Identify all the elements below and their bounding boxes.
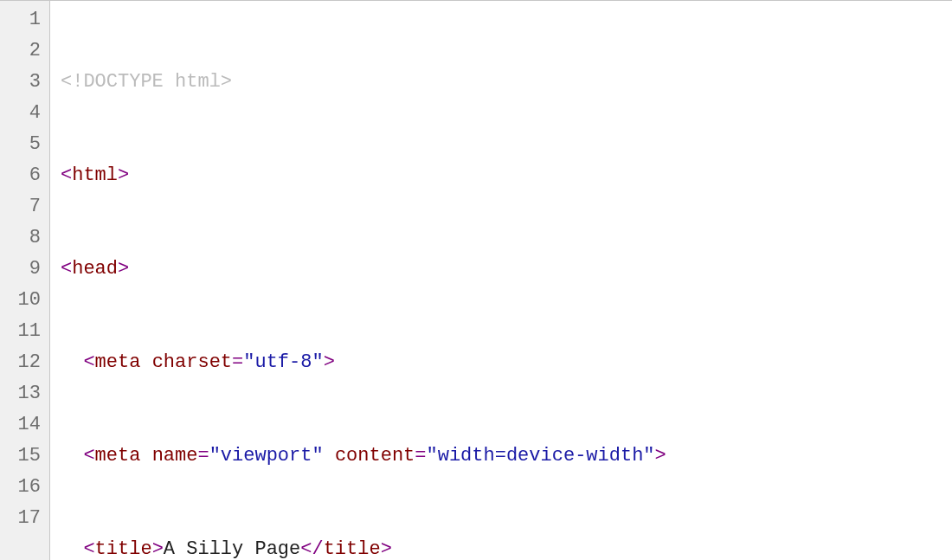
attr-value: "width=device-width" xyxy=(427,445,655,467)
angle-close: > xyxy=(324,351,335,373)
angle-open: </ xyxy=(300,538,323,560)
angle-open: < xyxy=(61,164,72,186)
text-title: A Silly Page xyxy=(164,538,300,560)
indent xyxy=(61,351,83,373)
angle-close: > xyxy=(655,445,666,467)
angle-close: > xyxy=(152,538,164,560)
line-number: 14 xyxy=(0,409,41,441)
line-number: 7 xyxy=(0,191,41,222)
angle-open: < xyxy=(83,538,94,560)
equals: = xyxy=(197,445,209,467)
line-number: 2 xyxy=(0,35,41,67)
tag-title: title xyxy=(95,538,152,560)
code-line[interactable]: <head> xyxy=(61,254,666,285)
tag-html: html xyxy=(72,164,118,186)
line-number: 3 xyxy=(0,67,41,98)
line-number: 11 xyxy=(0,316,41,347)
line-number: 17 xyxy=(0,503,41,534)
code-line[interactable]: <meta charset="utf-8"> xyxy=(61,347,666,378)
tag-meta: meta xyxy=(95,351,141,373)
doctype: <!DOCTYPE html> xyxy=(61,71,232,93)
attr-name: charset xyxy=(152,351,232,373)
equals: = xyxy=(232,351,243,373)
line-number: 5 xyxy=(0,129,41,160)
attr-name: content xyxy=(335,445,415,467)
angle-close: > xyxy=(118,258,129,280)
line-number: 4 xyxy=(0,98,41,129)
code-line[interactable]: <title>A Silly Page</title> xyxy=(61,534,666,560)
code-line[interactable]: <!DOCTYPE html> xyxy=(61,67,666,98)
line-number: 13 xyxy=(0,378,41,409)
line-number: 10 xyxy=(0,285,41,316)
indent xyxy=(61,445,83,467)
indent xyxy=(61,538,83,560)
line-number: 15 xyxy=(0,441,41,472)
code-line[interactable]: <html> xyxy=(61,160,666,191)
angle-close: > xyxy=(381,538,392,560)
attr-value: "viewport" xyxy=(209,445,324,467)
line-number: 12 xyxy=(0,347,41,378)
tag-head: head xyxy=(72,258,118,280)
equals: = xyxy=(415,445,426,467)
angle-open: < xyxy=(61,258,72,280)
line-number: 6 xyxy=(0,160,41,191)
line-number: 1 xyxy=(0,4,41,35)
code-line[interactable]: <meta name="viewport" content="width=dev… xyxy=(61,441,666,472)
line-number: 16 xyxy=(0,472,41,503)
line-number: 8 xyxy=(0,222,41,254)
code-area[interactable]: <!DOCTYPE html> <html> <head> <meta char… xyxy=(50,1,666,560)
tag-title: title xyxy=(324,538,381,560)
line-number: 9 xyxy=(0,254,41,285)
attr-name: name xyxy=(152,445,198,467)
angle-open: < xyxy=(83,445,94,467)
line-number-gutter: 1 2 3 4 5 6 7 8 9 10 11 12 13 14 15 16 1… xyxy=(0,1,50,560)
code-editor[interactable]: 1 2 3 4 5 6 7 8 9 10 11 12 13 14 15 16 1… xyxy=(0,0,952,560)
angle-close: > xyxy=(118,164,129,186)
attr-value: "utf-8" xyxy=(243,351,323,373)
angle-open: < xyxy=(83,351,94,373)
tag-meta: meta xyxy=(95,445,141,467)
